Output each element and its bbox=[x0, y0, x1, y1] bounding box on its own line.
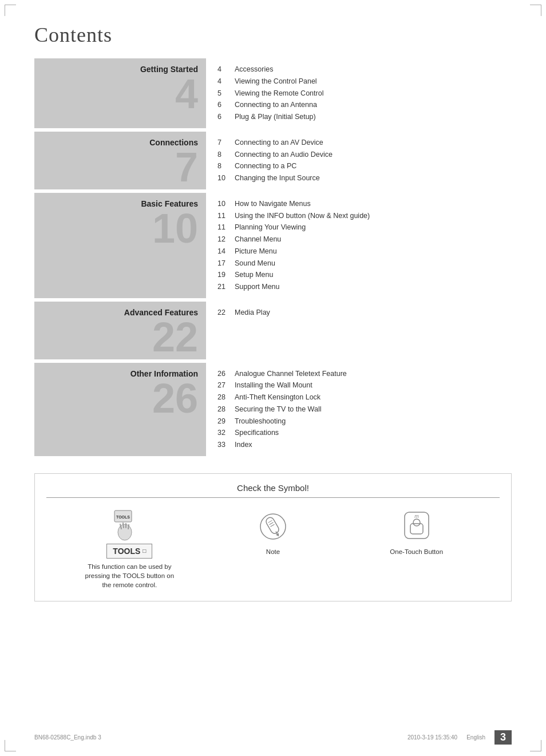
toc-item-page: 7 bbox=[217, 137, 230, 148]
svg-line-6 bbox=[128, 525, 129, 529]
toc-item-text: Plug & Play (Initial Setup) bbox=[235, 112, 316, 122]
symbol-box-title: Check the Symbol! bbox=[46, 483, 500, 498]
toc-item: 8Connecting to an Audio Device bbox=[217, 149, 506, 160]
toc-item: 26Analogue Channel Teletext Feature bbox=[217, 369, 506, 379]
toc-item-text: How to Navigate Menus bbox=[235, 199, 311, 209]
toc-item-text: Planning Your Viewing bbox=[235, 222, 306, 233]
page-content: Contents Getting Started44Accessories4Vi… bbox=[0, 0, 546, 613]
symbol-item-one-touch: m One-Touch Button bbox=[345, 509, 488, 556]
section-label-basic-features: Basic Features10 bbox=[34, 193, 206, 298]
svg-point-7 bbox=[260, 514, 286, 539]
tools-description: This function can be used by pressing th… bbox=[84, 562, 175, 589]
toc-item-page: 6 bbox=[217, 100, 230, 110]
toc-item-text: Installing the Wall Mount bbox=[235, 380, 312, 391]
toc-item-text: Support Menu bbox=[235, 282, 280, 292]
section-number-basic-features: 10 bbox=[152, 210, 198, 247]
toc-item-page: 27 bbox=[217, 380, 230, 391]
svg-marker-13 bbox=[276, 533, 280, 537]
note-label: Note bbox=[266, 547, 280, 556]
toc-item: 12Channel Menu bbox=[217, 234, 506, 245]
symbol-icons-row: TOOLS TOOLS □ This f bbox=[46, 509, 500, 589]
toc-item: 28Anti-Theft Kensington Lock bbox=[217, 392, 506, 403]
toc-item-text: Anti-Theft Kensington Lock bbox=[235, 392, 321, 403]
toc-item-page: 4 bbox=[217, 64, 230, 75]
toc-item-page: 22 bbox=[217, 307, 230, 318]
toc-item-text: Analogue Channel Teletext Feature bbox=[235, 369, 347, 379]
page-title: Contents bbox=[34, 23, 512, 47]
page-footer: BN68-02588C_Eng.indb 3 2010-3-19 15:35:4… bbox=[0, 730, 546, 745]
toc-item: 11Using the INFO button (Now & Next guid… bbox=[217, 211, 506, 221]
svg-text:TOOLS: TOOLS bbox=[116, 515, 130, 519]
section-number-getting-started: 4 bbox=[175, 76, 198, 113]
toc-item-page: 6 bbox=[217, 112, 230, 122]
one-touch-icon: m bbox=[402, 511, 431, 542]
section-label-other-information: Other Information26 bbox=[34, 363, 206, 456]
toc-item: 6Connecting to an Antenna bbox=[217, 100, 506, 110]
toc-item: 14Picture Menu bbox=[217, 246, 506, 257]
tools-icon-area: TOOLS bbox=[112, 509, 147, 544]
toc-item-page: 26 bbox=[217, 369, 230, 379]
footer-file: BN68-02588C_Eng.indb 3 bbox=[34, 734, 101, 741]
toc-item-page: 10 bbox=[217, 199, 230, 209]
toc-item: 27Installing the Wall Mount bbox=[217, 380, 506, 391]
toc-item: 33Index bbox=[217, 440, 506, 450]
svg-rect-16 bbox=[413, 519, 420, 526]
toc-item-page: 11 bbox=[217, 211, 230, 221]
toc-item-page: 32 bbox=[217, 428, 230, 438]
section-number-connections: 7 bbox=[175, 149, 198, 186]
svg-text:m: m bbox=[414, 513, 419, 519]
section-items-advanced-features: 22Media Play bbox=[206, 302, 512, 359]
toc-section-getting-started: Getting Started44Accessories4Viewing the… bbox=[34, 58, 512, 128]
svg-rect-15 bbox=[410, 524, 423, 534]
toc-item-text: Viewing the Control Panel bbox=[235, 76, 317, 87]
toc-section-advanced-features: Advanced Features2222Media Play bbox=[34, 302, 512, 359]
toc-section-connections: Connections77Connecting to an AV Device8… bbox=[34, 132, 512, 189]
toc-section-basic-features: Basic Features1010How to Navigate Menus1… bbox=[34, 193, 512, 298]
toc-item-page: 11 bbox=[217, 222, 230, 233]
svg-line-10 bbox=[270, 523, 274, 525]
toc-item: 19Setup Menu bbox=[217, 270, 506, 280]
section-number-other-information: 26 bbox=[152, 380, 198, 417]
svg-line-9 bbox=[268, 520, 272, 523]
toc-item-text: Specifications bbox=[235, 428, 279, 438]
toc-item-page: 21 bbox=[217, 282, 230, 292]
toc-item: 7Connecting to an AV Device bbox=[217, 137, 506, 148]
one-touch-icon-area: m bbox=[399, 509, 434, 544]
one-touch-label: One-Touch Button bbox=[390, 547, 443, 556]
toc-item-text: Media Play bbox=[235, 307, 270, 318]
section-items-basic-features: 10How to Navigate Menus11Using the INFO … bbox=[206, 193, 512, 298]
toc-item: 10Changing the Input Source bbox=[217, 173, 506, 184]
tools-button-label: TOOLS □ bbox=[106, 544, 152, 559]
corner-mark-tr bbox=[530, 5, 541, 16]
toc-item-text: Channel Menu bbox=[235, 234, 281, 245]
toc-item: 28Securing the TV to the Wall bbox=[217, 404, 506, 415]
toc-item-page: 29 bbox=[217, 416, 230, 427]
svg-line-4 bbox=[123, 523, 124, 528]
toc-item: 4Accessories bbox=[217, 64, 506, 75]
toc-item-page: 33 bbox=[217, 440, 230, 450]
toc-item: 8Connecting to a PC bbox=[217, 161, 506, 172]
toc-item-page: 17 bbox=[217, 258, 230, 269]
toc-item: 21Support Menu bbox=[217, 282, 506, 292]
footer-date: 2010-3-19 15:35:40 bbox=[407, 734, 457, 741]
section-label-advanced-features: Advanced Features22 bbox=[34, 302, 206, 359]
toc-item-page: 8 bbox=[217, 149, 230, 160]
toc-item-page: 4 bbox=[217, 76, 230, 87]
page-number-badge: 3 bbox=[494, 730, 512, 745]
toc-item-text: Connecting to a PC bbox=[235, 161, 296, 172]
toc-item: 11Planning Your Viewing bbox=[217, 222, 506, 233]
corner-mark-tl bbox=[5, 5, 16, 16]
svg-point-2 bbox=[118, 524, 132, 540]
language-label: English bbox=[466, 734, 485, 741]
toc-item-text: Connecting to an AV Device bbox=[235, 137, 323, 148]
section-items-getting-started: 4Accessories4Viewing the Control Panel5V… bbox=[206, 58, 512, 128]
section-items-other-information: 26Analogue Channel Teletext Feature27Ins… bbox=[206, 363, 512, 456]
toc-item-text: Picture Menu bbox=[235, 246, 277, 257]
section-items-connections: 7Connecting to an AV Device8Connecting t… bbox=[206, 132, 512, 189]
toc-item-text: Viewing the Remote Control bbox=[235, 88, 323, 99]
section-label-getting-started: Getting Started4 bbox=[34, 58, 206, 128]
toc-item-page: 12 bbox=[217, 234, 230, 245]
toc-item-text: Securing the TV to the Wall bbox=[235, 404, 321, 415]
toc-item: 10How to Navigate Menus bbox=[217, 199, 506, 209]
toc-item: 5Viewing the Remote Control bbox=[217, 88, 506, 99]
